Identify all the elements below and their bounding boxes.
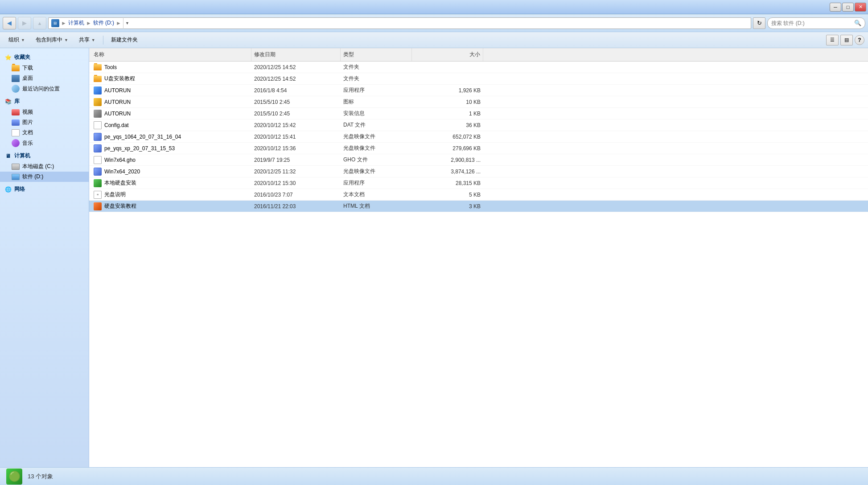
- table-row[interactable]: Config.dat 2020/10/12 15:42 DAT 文件 36 KB: [89, 119, 868, 131]
- drive-d-label: 软件 (D:): [22, 173, 43, 181]
- search-input[interactable]: [771, 20, 852, 26]
- status-bar: 🟢 13 个对象: [0, 467, 868, 485]
- status-count: 13 个对象: [28, 473, 53, 481]
- sidebar-item-download[interactable]: 下载: [0, 63, 89, 73]
- file-size-cell: 10 KB: [412, 99, 483, 105]
- file-icon-container: [94, 110, 102, 118]
- sidebar-section-computer: 🖥 计算机 本地磁盘 (C:) 软件 (D:): [0, 150, 89, 182]
- file-name-cell: Win7x64_2020: [91, 168, 251, 176]
- file-size-cell: 279,696 KB: [412, 145, 483, 152]
- organize-button[interactable]: 组织 ▼: [4, 34, 30, 46]
- file-date-cell: 2019/9/7 19:25: [251, 157, 341, 163]
- file-type-cell: 文件夹: [341, 63, 412, 71]
- share-dropdown-icon: ▼: [91, 38, 95, 42]
- file-name: Win7x64.gho: [104, 157, 136, 163]
- sidebar-item-desktop[interactable]: 桌面: [0, 73, 89, 83]
- file-type-cell: 应用程序: [341, 86, 412, 94]
- library-label: 库: [14, 98, 20, 105]
- table-row[interactable]: Tools 2020/12/25 14:52 文件夹: [89, 62, 868, 73]
- sidebar-item-docs[interactable]: 文档: [0, 127, 89, 138]
- file-date-cell: 2020/10/12 15:41: [251, 134, 341, 140]
- up-button[interactable]: ▲: [33, 17, 46, 29]
- sidebar-favorites-header[interactable]: ⭐ 收藏夹: [0, 52, 89, 63]
- file-size-cell: 2,900,813 ...: [412, 157, 483, 163]
- search-icon[interactable]: 🔍: [854, 20, 861, 26]
- file-icon-container: [94, 98, 102, 106]
- file-icon-container: [94, 144, 102, 152]
- file-size-cell: 36 KB: [412, 122, 483, 128]
- view-mode-button[interactable]: ☰: [826, 35, 839, 45]
- table-row[interactable]: AUTORUN 2016/1/8 4:54 应用程序 1,926 KB: [89, 85, 868, 96]
- file-size-cell: 3,874,126 ...: [412, 169, 483, 175]
- breadcrumb-drive[interactable]: 软件 (D:): [93, 19, 114, 27]
- table-row[interactable]: U盘安装教程 2020/12/25 14:52 文件夹: [89, 73, 868, 85]
- breadcrumb-dropdown[interactable]: ▼: [123, 17, 131, 29]
- sidebar-item-recent[interactable]: 最近访问的位置: [0, 83, 89, 94]
- file-name: pe_yqs_xp_20_07_31_15_53: [104, 145, 175, 152]
- col-header-name[interactable]: 名称: [91, 48, 251, 61]
- file-name-cell: 本地硬盘安装: [91, 179, 251, 187]
- file-type-cell: 光盘映像文件: [341, 133, 412, 140]
- table-row[interactable]: ≡ 光盘说明 2016/10/23 7:07 文本文档 5 KB: [89, 189, 868, 201]
- table-row[interactable]: pe_yqs_1064_20_07_31_16_04 2020/10/12 15…: [89, 131, 868, 143]
- file-date-cell: 2016/11/21 22:03: [251, 203, 341, 210]
- table-row[interactable]: 硬盘安装教程 2016/11/21 22:03 HTML 文档 3 KB: [89, 201, 868, 212]
- new-folder-button[interactable]: 新建文件夹: [106, 34, 143, 46]
- computer-label: 计算机: [14, 152, 30, 160]
- toolbar: 组织 ▼ 包含到库中 ▼ 共享 ▼ 新建文件夹 ☰ ▤ ?: [0, 32, 868, 48]
- local-c-icon: [12, 164, 20, 170]
- forward-button[interactable]: ▶: [18, 17, 31, 29]
- file-icon-container: [94, 121, 102, 129]
- exe-green-icon: [94, 179, 102, 187]
- main-layout: ⭐ 收藏夹 下载 桌面 最近访问的位置 📚 库 视频: [0, 48, 868, 467]
- video-label: 视频: [22, 108, 33, 116]
- view-mode-button2[interactable]: ▤: [840, 35, 853, 45]
- favorites-label: 收藏夹: [14, 53, 30, 61]
- gho-icon: [94, 156, 102, 164]
- sidebar-library-header[interactable]: 📚 库: [0, 96, 89, 107]
- file-name-cell: U盘安装教程: [91, 75, 251, 83]
- file-area: 名称 修改日期 类型 大小 Tools 2020/12/25 14:52 文件夹…: [89, 48, 868, 467]
- file-icon-container: [94, 179, 102, 187]
- file-type-cell: DAT 文件: [341, 121, 412, 129]
- table-row[interactable]: Win7x64_2020 2020/12/25 11:32 光盘映像文件 3,8…: [89, 166, 868, 177]
- file-name-cell: Config.dat: [91, 121, 251, 129]
- table-row[interactable]: pe_yqs_xp_20_07_31_15_53 2020/10/12 15:3…: [89, 143, 868, 154]
- table-row[interactable]: AUTORUN 2015/5/10 2:45 安装信息 1 KB: [89, 108, 868, 119]
- help-button[interactable]: ?: [855, 35, 864, 45]
- col-header-size[interactable]: 大小: [412, 48, 483, 61]
- back-button[interactable]: ◀: [3, 17, 16, 29]
- toolbar-separator: [103, 36, 103, 45]
- sidebar-network-header[interactable]: 🌐 网络: [0, 184, 89, 195]
- table-row[interactable]: 本地硬盘安装 2020/10/12 15:30 应用程序 28,315 KB: [89, 177, 868, 189]
- minimize-button[interactable]: ─: [830, 3, 841, 12]
- sidebar-item-drive-d[interactable]: 软件 (D:): [0, 172, 89, 182]
- file-date-cell: 2015/5/10 2:45: [251, 99, 341, 105]
- sidebar-item-music[interactable]: 音乐: [0, 138, 89, 148]
- col-header-modified[interactable]: 修改日期: [251, 48, 341, 61]
- file-icon-container: [94, 133, 102, 141]
- sidebar-item-pictures[interactable]: 图片: [0, 117, 89, 127]
- close-button[interactable]: ✕: [855, 3, 866, 12]
- video-icon: [12, 109, 20, 115]
- file-icon-container: [94, 168, 102, 176]
- docs-icon: [12, 129, 20, 136]
- sidebar-computer-header[interactable]: 🖥 计算机: [0, 150, 89, 161]
- file-type-cell: 应用程序: [341, 179, 412, 187]
- file-icon-container: [94, 202, 102, 210]
- file-name: U盘安装教程: [104, 75, 135, 82]
- include-library-button[interactable]: 包含到库中 ▼: [31, 34, 73, 46]
- share-button[interactable]: 共享 ▼: [74, 34, 100, 46]
- sidebar-item-video[interactable]: 视频: [0, 107, 89, 117]
- maximize-button[interactable]: □: [842, 3, 854, 12]
- breadcrumb-computer[interactable]: 计算机: [68, 19, 84, 27]
- html-icon: [94, 202, 102, 210]
- network-label: 网络: [14, 185, 25, 193]
- sidebar-item-local-c[interactable]: 本地磁盘 (C:): [0, 161, 89, 172]
- pictures-label: 图片: [22, 119, 33, 126]
- refresh-button[interactable]: ↻: [753, 17, 765, 29]
- file-name: 光盘说明: [104, 191, 126, 198]
- table-row[interactable]: AUTORUN 2015/5/10 2:45 图标 10 KB: [89, 96, 868, 108]
- table-row[interactable]: Win7x64.gho 2019/9/7 19:25 GHO 文件 2,900,…: [89, 154, 868, 166]
- col-header-type[interactable]: 类型: [341, 48, 412, 61]
